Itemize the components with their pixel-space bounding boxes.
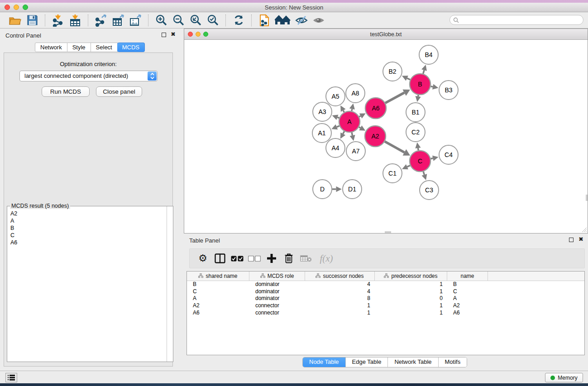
table-cell[interactable]: 1 bbox=[375, 310, 447, 317]
show-eye-icon[interactable] bbox=[311, 14, 326, 27]
table-cell[interactable]: A bbox=[447, 295, 488, 302]
graph-node-A1[interactable]: A1 bbox=[312, 124, 331, 143]
table-cell[interactable]: A6 bbox=[187, 310, 249, 317]
column-header-name[interactable]: name bbox=[447, 272, 488, 281]
result-list-item[interactable]: A2 bbox=[7, 210, 167, 217]
table-row[interactable]: A2connector11A2 bbox=[187, 302, 584, 310]
network-minimize-button[interactable] bbox=[196, 32, 201, 37]
network-graph[interactable]: B4B2BB3A5A8A6B1A3AA1C2A2A4A7C4CC1DD1C3 bbox=[184, 40, 588, 233]
edge-B-B2[interactable] bbox=[407, 78, 410, 80]
column-header-MCDS-role[interactable]: MCDS role bbox=[249, 272, 305, 281]
tab-motifs[interactable]: Motifs bbox=[439, 357, 467, 367]
table-cell[interactable]: 1 bbox=[375, 288, 447, 295]
tab-select[interactable]: Select bbox=[91, 43, 118, 52]
column-view-icon[interactable] bbox=[212, 251, 228, 266]
graph-node-B2[interactable]: B2 bbox=[383, 62, 402, 81]
save-session-icon[interactable] bbox=[25, 14, 39, 27]
edge-A-A1[interactable] bbox=[337, 126, 339, 127]
close-panel-button[interactable]: Close panel bbox=[96, 86, 142, 97]
graph-node-C1[interactable]: C1 bbox=[383, 164, 402, 183]
edge-C-C3[interactable] bbox=[423, 172, 424, 175]
clone-network-icon[interactable] bbox=[257, 14, 272, 27]
run-mcds-button[interactable]: Run MCDS bbox=[42, 86, 90, 97]
table-cell[interactable]: 1 bbox=[305, 310, 375, 317]
edge-A-A4[interactable] bbox=[343, 131, 344, 134]
edge-B-B4[interactable] bbox=[423, 70, 424, 74]
edge-A-A6[interactable] bbox=[359, 116, 360, 117]
table-cell[interactable]: 0 bbox=[375, 295, 447, 302]
edge-A-A5[interactable] bbox=[343, 110, 344, 112]
zoom-out-icon[interactable] bbox=[171, 14, 186, 27]
zoom-fit-icon[interactable] bbox=[188, 14, 203, 27]
table-cell[interactable]: 1 bbox=[375, 281, 447, 288]
column-header-shared-name[interactable]: shared name bbox=[187, 272, 249, 281]
graph-node-B3[interactable]: B3 bbox=[439, 81, 458, 100]
export-image-icon[interactable] bbox=[128, 14, 143, 27]
graph-node-D1[interactable]: D1 bbox=[343, 180, 362, 199]
import-table-icon[interactable] bbox=[68, 14, 82, 27]
zoom-selected-icon[interactable] bbox=[206, 14, 220, 27]
import-network-icon[interactable] bbox=[51, 14, 65, 27]
graph-node-C3[interactable]: C3 bbox=[420, 181, 439, 200]
network-close-button[interactable] bbox=[188, 32, 193, 37]
float-panel-icon[interactable] bbox=[162, 33, 166, 37]
add-column-icon[interactable] bbox=[264, 251, 279, 266]
network-canvas[interactable]: B4B2BB3A5A8A6B1A3AA1C2A2A4A7C4CC1DD1C3 bbox=[184, 40, 588, 233]
column-header-predecessor-nodes[interactable]: predecessor nodes bbox=[375, 272, 447, 281]
table-cell[interactable]: 8 bbox=[305, 295, 375, 302]
select-all-checkboxes-icon[interactable] bbox=[229, 251, 245, 266]
deselect-checkboxes-icon[interactable] bbox=[247, 251, 262, 266]
export-table-icon[interactable] bbox=[111, 14, 125, 27]
graph-node-C4[interactable]: C4 bbox=[439, 145, 458, 164]
close-window-button[interactable] bbox=[5, 5, 10, 10]
table-cell[interactable]: 4 bbox=[305, 288, 375, 295]
close-table-panel-icon[interactable]: ✖ bbox=[578, 236, 583, 243]
graph-node-B1[interactable]: B1 bbox=[406, 103, 425, 122]
table-row[interactable]: Cdominator41C bbox=[187, 288, 584, 295]
graph-node-C[interactable]: C bbox=[410, 151, 430, 172]
tab-style[interactable]: Style bbox=[67, 43, 91, 52]
zoom-window-button[interactable] bbox=[23, 5, 28, 10]
edge-B-B3[interactable] bbox=[431, 86, 433, 87]
graph-node-A3[interactable]: A3 bbox=[313, 102, 332, 121]
table-cell[interactable]: B bbox=[187, 281, 249, 288]
table-cell[interactable]: dominator bbox=[249, 295, 305, 302]
zoom-in-icon[interactable] bbox=[154, 14, 168, 27]
table-cell[interactable]: A bbox=[187, 295, 249, 302]
table-settings-gear-icon[interactable]: ⚙ bbox=[195, 251, 210, 266]
table-cell[interactable]: A6 bbox=[447, 310, 488, 317]
table-cell[interactable]: dominator bbox=[249, 281, 305, 288]
network-zoom-button[interactable] bbox=[203, 32, 208, 37]
edge-A2-C[interactable] bbox=[385, 142, 404, 152]
resize-grip-icon[interactable] bbox=[581, 227, 587, 233]
graph-node-A[interactable]: A bbox=[339, 111, 360, 132]
result-list-item[interactable]: A6 bbox=[7, 239, 167, 246]
edge-A-A2[interactable] bbox=[359, 127, 360, 128]
result-scrollbar[interactable] bbox=[167, 206, 167, 362]
edge-C-C2[interactable] bbox=[418, 148, 418, 150]
result-list-item[interactable]: C bbox=[7, 232, 167, 239]
table-cell[interactable]: C bbox=[447, 288, 488, 295]
graph-node-C2[interactable]: C2 bbox=[406, 123, 425, 142]
open-folder-icon[interactable] bbox=[8, 14, 22, 27]
table-cell[interactable]: 4 bbox=[305, 281, 375, 288]
result-list-item[interactable]: A bbox=[7, 217, 167, 224]
tab-mcds[interactable]: MCDS bbox=[117, 43, 145, 52]
edge-C-C4[interactable] bbox=[430, 158, 433, 159]
table-row[interactable]: A6connector11A6 bbox=[187, 310, 584, 317]
vertical-scroll-indicator[interactable] bbox=[586, 195, 588, 201]
delete-column-trash-icon[interactable] bbox=[281, 251, 296, 266]
network-window-titlebar[interactable]: testGlobe.txt bbox=[184, 29, 588, 40]
tab-node-table[interactable]: Node Table bbox=[303, 357, 346, 367]
float-table-panel-icon[interactable] bbox=[569, 238, 574, 242]
table-cell[interactable]: B bbox=[447, 281, 488, 288]
table-row[interactable]: Adominator80A bbox=[187, 295, 584, 302]
close-panel-icon[interactable]: ✖ bbox=[171, 31, 176, 38]
criterion-select[interactable]: largest connected component (directed) bbox=[19, 71, 158, 81]
graph-node-B[interactable]: B bbox=[410, 74, 430, 95]
graph-node-D[interactable]: D bbox=[313, 180, 332, 199]
memory-button[interactable]: Memory bbox=[545, 373, 583, 382]
edge-A6-B[interactable] bbox=[385, 93, 404, 103]
table-row[interactable]: Bdominator41B bbox=[187, 281, 584, 288]
table-cell[interactable]: 1 bbox=[375, 302, 447, 310]
